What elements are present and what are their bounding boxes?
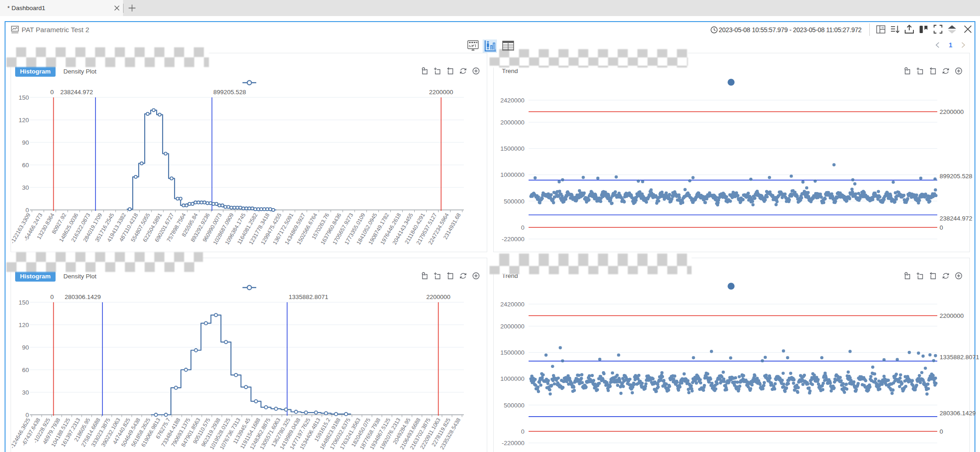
svg-text:2420000: 2420000 <box>500 97 524 104</box>
svg-text:90: 90 <box>22 344 29 351</box>
svg-text:2200000: 2200000 <box>426 294 451 300</box>
svg-text:1500000: 1500000 <box>500 145 524 152</box>
svg-text:500000: 500000 <box>504 402 524 409</box>
svg-text:0: 0 <box>50 294 54 300</box>
svg-text:150: 150 <box>18 299 29 306</box>
svg-text:2200000: 2200000 <box>940 108 964 115</box>
svg-text:90: 90 <box>22 139 29 146</box>
svg-text:60: 60 <box>22 367 29 373</box>
svg-text:120: 120 <box>18 117 29 124</box>
svg-text:2000000: 2000000 <box>500 119 524 126</box>
svg-text:30: 30 <box>22 184 29 191</box>
svg-text:2000000: 2000000 <box>500 323 524 330</box>
svg-text:1335882.8071: 1335882.8071 <box>940 354 979 361</box>
svg-text:120: 120 <box>18 322 29 328</box>
svg-text:0: 0 <box>521 224 524 231</box>
svg-text:60: 60 <box>22 162 29 169</box>
svg-text:280306.1429: 280306.1429 <box>65 294 101 300</box>
svg-text:-220000: -220000 <box>501 440 524 446</box>
svg-text:30: 30 <box>22 389 29 396</box>
svg-text:1000000: 1000000 <box>500 171 524 178</box>
svg-text:0: 0 <box>50 89 54 96</box>
svg-text:1335882.8071: 1335882.8071 <box>289 294 328 300</box>
svg-text:-220000: -220000 <box>501 236 524 243</box>
svg-text:899205.528: 899205.528 <box>214 89 246 96</box>
svg-text:1000000: 1000000 <box>500 375 524 382</box>
svg-text:2200000: 2200000 <box>940 312 964 319</box>
svg-text:238244.972: 238244.972 <box>940 215 972 222</box>
svg-text:280306.1429: 280306.1429 <box>940 410 976 417</box>
svg-text:0: 0 <box>521 428 524 435</box>
svg-text:899205.528: 899205.528 <box>940 173 972 180</box>
svg-text:1500000: 1500000 <box>500 349 524 356</box>
svg-text:500000: 500000 <box>504 198 524 205</box>
svg-text:0: 0 <box>940 224 943 231</box>
svg-text:150: 150 <box>18 94 29 101</box>
svg-text:2420000: 2420000 <box>500 301 524 308</box>
svg-text:0: 0 <box>940 428 943 435</box>
svg-text:2200000: 2200000 <box>429 89 453 96</box>
svg-text:238244.972: 238244.972 <box>60 89 93 96</box>
